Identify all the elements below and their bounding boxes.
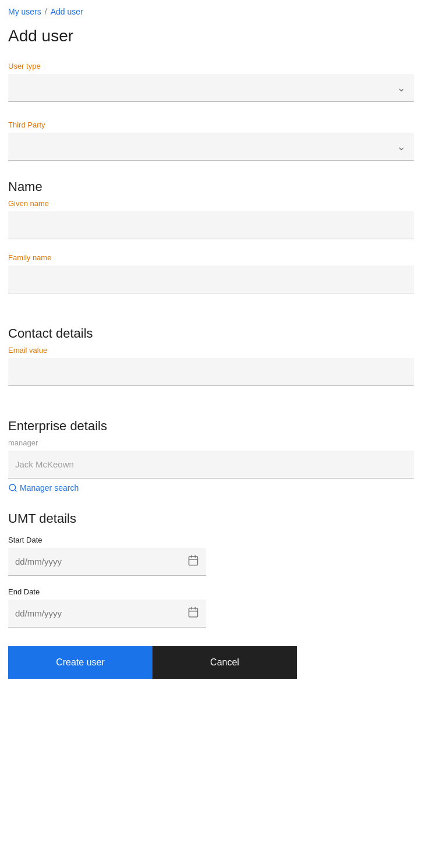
third-party-section: Third Party ⌄ [8, 121, 414, 161]
create-user-button[interactable]: Create user [8, 646, 153, 679]
user-type-select[interactable] [8, 74, 414, 102]
form-buttons: Create user Cancel [8, 646, 414, 679]
user-type-section: User type ⌄ [8, 62, 414, 102]
start-date-label: Start Date [8, 536, 414, 544]
user-type-label: User type [8, 62, 414, 70]
given-name-label: Given name [8, 199, 414, 208]
family-name-label: Family name [8, 253, 414, 262]
breadcrumb-home[interactable]: My users [8, 7, 41, 16]
email-label: Email value [8, 346, 414, 355]
third-party-label: Third Party [8, 121, 414, 129]
breadcrumb: My users / Add user [8, 7, 414, 16]
name-heading: Name [8, 179, 414, 194]
contact-section: Contact details Email value [8, 326, 414, 400]
third-party-select[interactable] [8, 133, 414, 161]
end-date-wrapper [8, 600, 206, 628]
svg-line-1 [15, 490, 16, 491]
manager-label: manager [8, 438, 414, 447]
name-section: Name Given name Family name [8, 179, 414, 307]
user-type-select-wrapper: ⌄ [8, 74, 414, 102]
enterprise-section: Enterprise details manager Jack McKeown … [8, 419, 414, 493]
breadcrumb-current: Add user [51, 7, 83, 16]
umt-heading: UMT details [8, 511, 414, 526]
page-title: Add user [8, 27, 414, 45]
enterprise-heading: Enterprise details [8, 419, 414, 434]
umt-section: UMT details Start Date End Date [8, 511, 414, 628]
manager-search-label: Manager search [20, 483, 79, 493]
manager-field: Jack McKeown [8, 451, 414, 479]
email-input[interactable] [8, 358, 414, 386]
breadcrumb-separator: / [45, 7, 47, 16]
manager-search-link[interactable]: Manager search [8, 483, 414, 493]
search-icon [8, 483, 17, 493]
start-date-input[interactable] [8, 548, 206, 576]
contact-heading: Contact details [8, 326, 414, 341]
cancel-button[interactable]: Cancel [153, 646, 297, 679]
end-date-input[interactable] [8, 600, 206, 628]
manager-value: Jack McKeown [15, 459, 74, 469]
given-name-input[interactable] [8, 211, 414, 239]
end-date-label: End Date [8, 587, 414, 596]
third-party-select-wrapper: ⌄ [8, 133, 414, 161]
start-date-wrapper [8, 548, 206, 576]
family-name-input[interactable] [8, 265, 414, 293]
